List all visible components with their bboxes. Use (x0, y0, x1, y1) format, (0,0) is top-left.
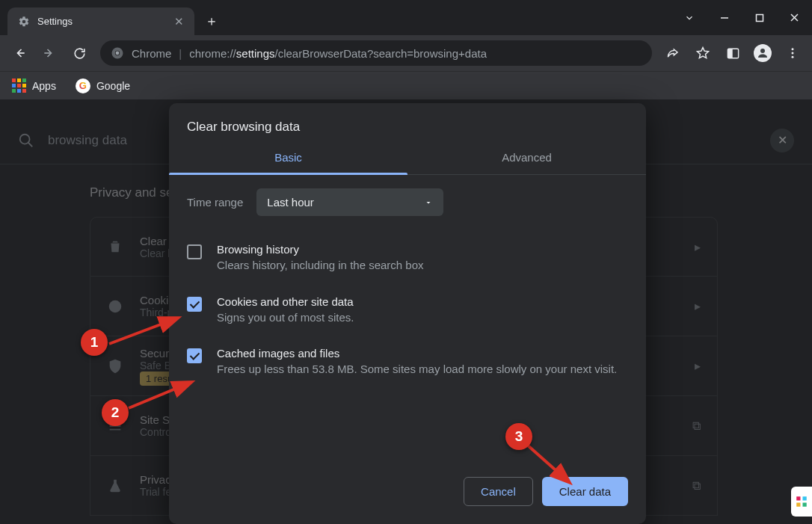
profile-avatar[interactable] (749, 40, 776, 67)
bookmarks-bar: Apps G Google (0, 71, 812, 99)
svg-point-15 (20, 134, 30, 144)
tab-basic[interactable]: Basic (169, 141, 407, 174)
svg-rect-21 (796, 496, 800, 500)
option-browsing-history[interactable]: Browsing historyClears history, includin… (187, 232, 628, 285)
svg-point-13 (792, 52, 794, 55)
clear-options: Browsing historyClears history, includin… (169, 229, 646, 463)
dialog-tabs: Basic Advanced (169, 141, 646, 175)
trash-icon (107, 238, 123, 255)
new-tab-button[interactable]: ＋ (199, 8, 224, 34)
svg-point-17 (109, 300, 122, 312)
address-bar[interactable]: Chrome | chrome://settings/clearBrowserD… (100, 40, 652, 66)
svg-point-8 (116, 52, 120, 55)
bookmark-apps[interactable]: Apps (7, 75, 61, 96)
caret-down-icon (424, 198, 433, 207)
side-panel-icon[interactable] (719, 40, 746, 67)
svg-rect-22 (803, 496, 807, 500)
bookmark-apps-label: Apps (32, 80, 56, 92)
svg-point-12 (792, 48, 794, 50)
checkbox-cached[interactable] (187, 348, 202, 363)
chevron-right-icon: ▸ (695, 359, 701, 373)
svg-line-16 (28, 142, 33, 147)
share-icon[interactable] (659, 40, 686, 67)
option-cached[interactable]: Cached images and filesFrees up less tha… (187, 336, 628, 389)
apps-grid-icon (12, 78, 26, 93)
time-range-label: Time range (187, 196, 243, 209)
browser-tab-active[interactable]: Settings ✕ (7, 7, 194, 35)
cookie-icon (107, 298, 123, 315)
minimize-button[interactable] (707, 0, 742, 35)
clear-search-button[interactable]: ✕ (770, 129, 794, 152)
time-range-select[interactable]: Last hour (256, 188, 443, 216)
time-range-row: Time range Last hour (169, 175, 646, 229)
url-scheme-label: Chrome (132, 47, 171, 60)
bookmark-google-label: Google (96, 80, 130, 92)
svg-rect-23 (796, 503, 800, 507)
url-divider: | (179, 47, 182, 60)
open-in-new-icon: ⧉ (692, 479, 701, 493)
shield-icon (107, 358, 123, 374)
tab-search-chevron-icon[interactable] (671, 0, 707, 35)
tab-title: Settings (37, 16, 167, 27)
svg-rect-1 (756, 14, 763, 21)
dialog-title: Clear browsing data (169, 103, 646, 141)
google-g-icon: G (76, 78, 90, 93)
cancel-button[interactable]: Cancel (464, 477, 533, 506)
option-cookies[interactable]: Cookies and other site dataSigns you out… (187, 285, 628, 337)
tab-advanced[interactable]: Advanced (407, 141, 646, 174)
kebab-menu-icon[interactable] (779, 40, 806, 67)
window-titlebar: Settings ✕ ＋ (0, 0, 812, 35)
svg-point-11 (760, 49, 765, 53)
flask-icon (107, 478, 123, 494)
maximize-button[interactable] (742, 0, 777, 35)
annotation-marker-2: 2 (102, 399, 129, 426)
widget-icon (795, 495, 808, 508)
search-icon (18, 132, 34, 149)
annotation-marker-3: 3 (505, 423, 532, 450)
corner-widget[interactable] (791, 487, 812, 517)
clear-browsing-data-dialog: Clear browsing data Basic Advanced Time … (169, 103, 646, 524)
forward-button[interactable] (36, 40, 63, 67)
bookmark-google[interactable]: G Google (71, 75, 135, 96)
chevron-right-icon: ▸ (695, 299, 701, 313)
open-in-new-icon: ⧉ (692, 419, 701, 433)
gear-icon (18, 16, 30, 28)
reload-button[interactable] (66, 40, 93, 67)
svg-rect-24 (803, 503, 807, 507)
window-controls (671, 0, 812, 35)
close-window-button[interactable] (777, 0, 812, 35)
bookmark-star-icon[interactable] (689, 40, 716, 67)
checkbox-browsing-history[interactable] (187, 244, 202, 259)
close-tab-icon[interactable]: ✕ (174, 15, 184, 28)
clear-data-button[interactable]: Clear data (542, 477, 628, 506)
back-button[interactable] (6, 40, 33, 67)
annotation-marker-1: 1 (81, 329, 108, 356)
dialog-actions: Cancel Clear data (169, 463, 646, 524)
url-text: chrome://settings/clearBrowserData?searc… (189, 47, 487, 60)
checkbox-cookies[interactable] (187, 297, 202, 312)
browser-toolbar: Chrome | chrome://settings/clearBrowserD… (0, 35, 812, 71)
chrome-icon (111, 46, 124, 60)
svg-rect-10 (728, 49, 732, 58)
chevron-right-icon: ▸ (695, 240, 701, 254)
time-range-value: Last hour (267, 196, 314, 209)
svg-point-14 (792, 56, 794, 58)
